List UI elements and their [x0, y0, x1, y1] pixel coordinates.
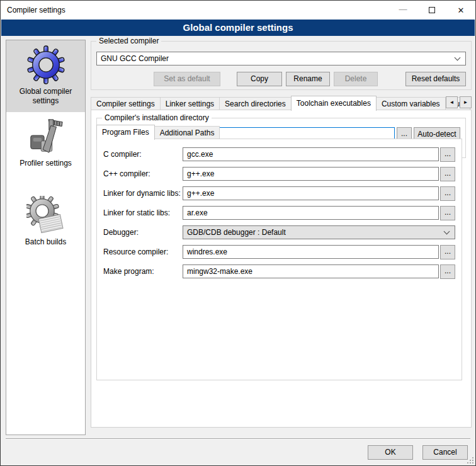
cpp-compiler-row: C++ compiler: g++.exe ... [103, 167, 455, 181]
compiler-settings-dialog: Compiler settings — ✕ Global compiler se… [0, 0, 476, 466]
field-label: C++ compiler: [103, 169, 183, 178]
selected-compiler-group: Selected compiler GNU GCC Compiler Set a… [91, 41, 472, 90]
ok-button[interactable]: OK [368, 445, 413, 460]
program-files-tab-strip: Program Files Additional Paths [96, 124, 471, 139]
debugger-select[interactable]: GDB/CDB debugger : Default [183, 225, 455, 239]
dynamic-linker-browse-button[interactable]: ... [440, 186, 455, 201]
field-label: Make program: [103, 267, 183, 276]
batch-builds-icon [26, 196, 65, 235]
field-label: C compiler: [103, 150, 183, 159]
resize-grip-icon[interactable] [467, 457, 473, 463]
debugger-select-value: GDB/CDB debugger : Default [183, 228, 445, 237]
window-title: Compiler settings [7, 6, 388, 14]
field-value: g++.exe [187, 169, 214, 178]
tab-program-files[interactable]: Program Files [96, 125, 155, 140]
settings-tab-strip: Compiler settings Linker settings Search… [91, 95, 472, 110]
compiler-select-value: GNU GCC Compiler [97, 54, 455, 63]
tab-scroll-left-button[interactable]: ◄ [446, 96, 458, 108]
tab-linker-settings[interactable]: Linker settings [160, 97, 220, 110]
chevron-down-icon [444, 229, 450, 235]
program-files-page: C compiler: gcc.exe ... C++ compiler: g+… [96, 139, 462, 380]
make-program-browse-button[interactable]: ... [440, 264, 455, 279]
blue-gear-icon [26, 45, 65, 84]
make-program-input[interactable]: mingw32-make.exe [183, 264, 439, 278]
tab-toolchain-executables[interactable]: Toolchain executables [291, 96, 377, 111]
sidebar-item-batch-builds[interactable]: Batch builds [6, 191, 85, 253]
resource-compiler-browse-button[interactable]: ... [440, 245, 455, 259]
toolchain-executables-page: Compiler's installation directory C:\ray… [91, 110, 472, 428]
sidebar-item-global-compiler-settings[interactable]: Global compiler settings [6, 40, 85, 112]
tab-compiler-settings[interactable]: Compiler settings [91, 97, 161, 110]
profiler-caliper-icon [26, 117, 65, 156]
rename-button[interactable]: Rename [286, 72, 330, 86]
cpp-compiler-browse-button[interactable]: ... [440, 167, 455, 181]
arrow-left-icon: ◄ [450, 99, 455, 105]
main-panel: Selected compiler GNU GCC Compiler Set a… [91, 40, 472, 428]
static-linker-input[interactable]: ar.exe [183, 206, 439, 220]
dynamic-linker-input[interactable]: g++.exe [183, 186, 439, 200]
sidebar-item-label: Batch builds [8, 237, 84, 247]
reset-defaults-button[interactable]: Reset defaults [405, 72, 466, 86]
sidebar-item-label: Global compiler settings [8, 87, 84, 106]
compiler-select[interactable]: GNU GCC Compiler [96, 52, 466, 65]
copy-button[interactable]: Copy [237, 72, 282, 86]
static-linker-browse-button[interactable]: ... [440, 206, 455, 220]
set-as-default-button[interactable]: Set as default [154, 72, 220, 86]
tab-custom-variables[interactable]: Custom variables [376, 97, 446, 110]
field-value: windres.exe [187, 247, 227, 256]
c-compiler-input[interactable]: gcc.exe [183, 147, 439, 161]
footer-divider [6, 438, 470, 440]
installation-directory-group-label: Compiler's installation directory [102, 113, 212, 122]
maximize-button[interactable] [417, 1, 446, 20]
field-label: Linker for static libs: [103, 208, 183, 217]
maximize-icon [429, 7, 435, 13]
tab-search-directories[interactable]: Search directories [219, 97, 292, 110]
tab-additional-paths[interactable]: Additional Paths [154, 126, 220, 139]
dynamic-linker-row: Linker for dynamic libs: g++.exe ... [103, 186, 455, 200]
settings-category-sidebar: Global compiler settings Profiler settin… [6, 40, 86, 435]
resource-compiler-input[interactable]: windres.exe [183, 245, 439, 259]
resource-compiler-row: Resource compiler: windres.exe ... [103, 245, 455, 259]
title-bar: Compiler settings — ✕ [1, 1, 475, 20]
c-compiler-row: C compiler: gcc.exe ... [103, 147, 455, 161]
close-icon: ✕ [458, 6, 465, 15]
chevron-down-icon [455, 55, 461, 61]
c-compiler-browse-button[interactable]: ... [440, 147, 455, 162]
field-value: mingw32-make.exe [187, 267, 252, 276]
sidebar-item-profiler-settings[interactable]: Profiler settings [6, 112, 85, 174]
selected-compiler-group-label: Selected compiler [96, 37, 161, 45]
tab-scroll-right-button[interactable]: ► [460, 96, 472, 108]
field-value: g++.exe [187, 189, 214, 198]
cancel-button[interactable]: Cancel [422, 445, 468, 460]
field-value: ar.exe [187, 208, 208, 217]
arrow-right-icon: ► [463, 99, 468, 105]
minimize-button[interactable]: — [388, 1, 417, 20]
static-linker-row: Linker for static libs: ar.exe ... [103, 206, 455, 220]
field-label: Debugger: [103, 228, 183, 237]
field-label: Linker for dynamic libs: [103, 189, 183, 198]
delete-button[interactable]: Delete [334, 72, 378, 86]
cpp-compiler-input[interactable]: g++.exe [183, 167, 439, 181]
field-value: gcc.exe [187, 150, 213, 159]
close-button[interactable]: ✕ [446, 1, 475, 20]
compiler-actions-row: Set as default Copy Rename Delete Reset … [96, 72, 466, 86]
page-title: Global compiler settings [1, 20, 475, 36]
tab-scroll-buttons: ◄ ► [446, 96, 472, 108]
minimize-icon: — [399, 4, 407, 14]
field-label: Resource compiler: [103, 247, 183, 256]
debugger-row: Debugger: GDB/CDB debugger : Default [103, 225, 455, 239]
make-program-row: Make program: mingw32-make.exe ... [103, 264, 455, 278]
sidebar-item-label: Profiler settings [8, 159, 84, 168]
